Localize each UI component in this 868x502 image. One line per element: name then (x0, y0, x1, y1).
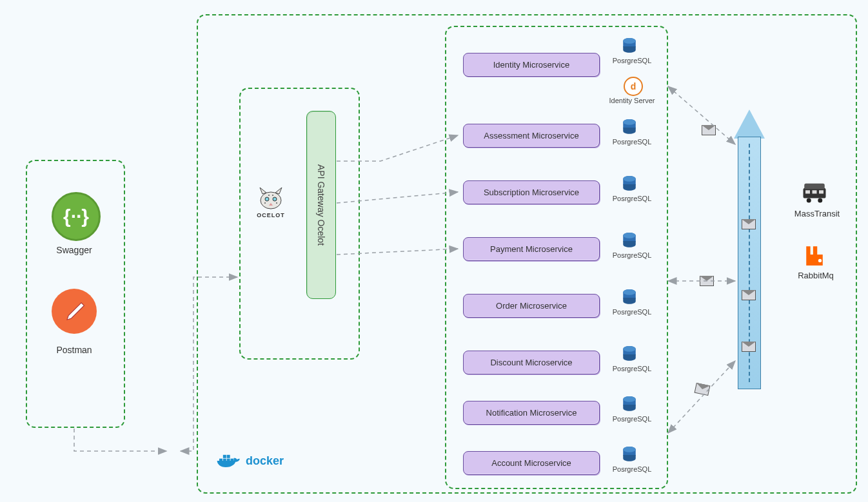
svg-point-10 (623, 119, 636, 125)
envelope-icon (741, 219, 756, 229)
swagger-label: Swagger (39, 245, 110, 255)
ms-identity: Identity Microservice (463, 53, 600, 77)
svg-point-16 (623, 289, 636, 295)
svg-point-6 (272, 195, 273, 196)
db-icon (621, 396, 638, 412)
svg-rect-29 (804, 184, 825, 189)
db-label: PosrgreSQL (606, 365, 658, 372)
rabbitmq-label: RabbitMq (790, 271, 842, 280)
db-icon (621, 175, 638, 192)
svg-point-30 (818, 259, 822, 262)
db-icon (621, 289, 638, 305)
svg-rect-24 (805, 190, 810, 193)
svg-rect-25 (813, 190, 817, 193)
svg-point-8 (623, 38, 636, 44)
ms-discount: Discount Microservice (463, 351, 600, 374)
svg-point-28 (818, 198, 822, 203)
docker-logo: docker (216, 451, 284, 470)
ms-subscription: Subscription Microservice (463, 180, 600, 204)
db-label: PosrgreSQL (606, 465, 658, 473)
api-gateway-box: API Gateway Ocelot (306, 111, 336, 299)
db-label: PosrgreSQL (606, 195, 658, 202)
svg-point-2 (273, 197, 277, 201)
postman-icon (52, 289, 97, 334)
db-icon (621, 232, 638, 249)
message-bus-arrowhead (734, 110, 765, 139)
svg-point-4 (268, 195, 270, 196)
rabbitmq-icon (804, 245, 825, 267)
svg-rect-26 (819, 190, 824, 193)
db-icon (621, 345, 638, 362)
db-label: PosrgreSQL (606, 138, 658, 146)
db-icon (621, 37, 638, 54)
db-icon (621, 446, 638, 463)
envelope-icon (741, 342, 756, 352)
db-label: PosrgreSQL (606, 308, 658, 316)
svg-point-5 (276, 202, 277, 204)
masstransit-label: MassTransit (788, 209, 846, 218)
ms-notification: Notification Microservice (463, 401, 600, 425)
identity-server-icon: d (624, 77, 643, 96)
masstransit-icon (801, 178, 828, 205)
swagger-icon: {··} (52, 192, 101, 241)
svg-point-1 (265, 197, 269, 201)
db-label: PosrgreSQL (606, 415, 658, 423)
db-label: PosrgreSQL (606, 251, 658, 259)
envelope-icon (741, 290, 756, 300)
svg-point-18 (623, 346, 636, 352)
ms-payment: Payment Microservice (463, 237, 600, 261)
svg-point-22 (623, 447, 636, 452)
postman-label: Postman (39, 345, 110, 355)
svg-point-0 (261, 192, 281, 209)
identity-server-label: Identity Server (606, 97, 658, 104)
diagram-canvas: {··} Swagger Postman OCELOT API Gateway … (0, 0, 868, 502)
db-label: PosrgreSQL (606, 57, 658, 64)
svg-point-3 (264, 202, 266, 204)
svg-point-14 (623, 233, 636, 238)
envelope-icon (700, 276, 714, 286)
ocelot-icon: OCELOT (253, 186, 288, 221)
svg-rect-36 (227, 455, 230, 458)
ms-assessment: Assessment Microservice (463, 124, 600, 148)
ms-account: Account Microservice (463, 451, 600, 475)
svg-point-27 (807, 198, 811, 203)
ms-order: Order Microservice (463, 294, 600, 318)
svg-rect-35 (223, 455, 226, 458)
envelope-icon (702, 125, 716, 135)
svg-point-12 (623, 176, 636, 182)
db-icon (621, 119, 638, 135)
svg-point-20 (623, 396, 636, 402)
gateway-container (239, 88, 360, 360)
